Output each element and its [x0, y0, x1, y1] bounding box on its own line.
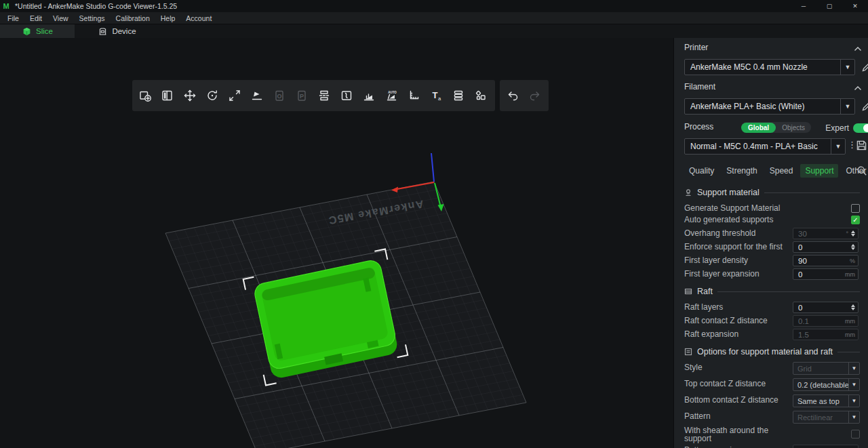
paste-icon: P [295, 89, 309, 102]
checkbox-unchecked [851, 430, 860, 439]
setting-tab-quality[interactable]: Quality [684, 164, 719, 178]
menu-account[interactable]: Account [181, 13, 216, 24]
text-tool-button[interactable]: Ta [425, 82, 447, 109]
setting-label: Pattern [684, 411, 711, 421]
expert-mode-toggle[interactable] [853, 123, 868, 133]
setting-input[interactable]: 0 [793, 302, 859, 313]
move-button[interactable] [178, 82, 201, 109]
layer-stack-button[interactable] [447, 82, 469, 109]
process-preset-select[interactable]: Normal - M5C 0.4mm - PLA+ Basic ▼ [684, 138, 846, 155]
layer-stack-icon [452, 89, 465, 102]
setting-row: StyleGrid▼ [684, 362, 868, 375]
scale-icon [228, 89, 241, 102]
section-header[interactable]: Support material [684, 187, 868, 198]
ankermake-studio-window: M *Untitled - AnkerMake Studio G-code Vi… [0, 0, 868, 448]
section-header[interactable]: Options for support material and raft [684, 346, 868, 357]
stepper-arrows-icon[interactable] [851, 304, 858, 310]
multi-object-button[interactable] [469, 82, 492, 109]
maximize-button[interactable]: ▢ [816, 0, 842, 12]
menu-file[interactable]: File [3, 13, 24, 24]
printer-edit-pencil-icon[interactable] [861, 62, 868, 73]
setting-row: Pattern spacing1.222mm [684, 445, 868, 448]
copy-button: O [268, 82, 290, 109]
mirror-icon [340, 89, 353, 102]
setting-select: Grid▼ [793, 362, 860, 375]
menu-help[interactable]: Help [156, 13, 180, 24]
checkbox-checked[interactable]: ✓ [851, 216, 860, 224]
auto-support-button[interactable]: AUTO [380, 82, 402, 109]
menu-settings[interactable]: Settings [75, 13, 110, 24]
setting-row: First layer density90% [684, 255, 868, 266]
section-divider [764, 192, 860, 193]
scope-objects-badge[interactable]: Objects [776, 123, 811, 133]
menu-calibration[interactable]: Calibration [111, 13, 155, 24]
setting-row: Auto generated supports✓ [684, 214, 868, 226]
filament-select[interactable]: AnkerMake PLA+ Basic (White) ▼ [684, 98, 855, 115]
setting-tab-speed[interactable]: Speed [765, 164, 798, 178]
setting-tab-strength[interactable]: Strength [722, 164, 762, 178]
support-paint-button[interactable] [357, 82, 380, 109]
lay-on-face-button[interactable] [245, 82, 268, 109]
setting-label: Auto generated supports [684, 215, 773, 224]
split-layers-button[interactable] [313, 82, 335, 109]
svg-text:O: O [277, 93, 281, 100]
scale-button[interactable] [223, 82, 245, 109]
process-menu-dots-icon[interactable]: ⋮ [848, 140, 854, 150]
tab-slice[interactable]: Slice [0, 24, 75, 38]
setting-input[interactable]: 90% [793, 255, 859, 266]
printer-section-label: Printer [684, 43, 708, 52]
checkbox-unchecked[interactable] [851, 204, 860, 213]
setting-row: Raft expansion1.5mm [684, 329, 868, 340]
close-button[interactable]: ✕ [842, 0, 868, 12]
multi-object-icon [474, 89, 488, 102]
input-value: 0 [793, 270, 845, 279]
select-value: Grid [793, 365, 848, 373]
text-tool-icon: Ta [429, 89, 443, 102]
setting-label: First layer density [684, 256, 748, 265]
setting-row: Raft contact Z distance0.1mm [684, 315, 868, 327]
filament-edit-pencil-icon[interactable] [861, 101, 868, 112]
rotate-button[interactable] [201, 82, 223, 109]
menu-edit[interactable]: Edit [25, 13, 47, 24]
mirror-button[interactable] [335, 82, 357, 109]
menu-view[interactable]: View [48, 13, 73, 24]
viewport-3d[interactable]: AnkerMake M5C [0, 38, 673, 448]
support-paint-icon [362, 89, 376, 102]
copy-icon: O [273, 89, 286, 102]
setting-select[interactable]: 0.2 (detachable)▼ [793, 378, 860, 391]
setting-row: With sheath around the support [684, 426, 868, 443]
setting-input[interactable]: 0 [793, 241, 859, 253]
setting-label: Style [684, 363, 703, 372]
scope-global-badge[interactable]: Global [741, 123, 776, 133]
undo-icon [506, 89, 519, 102]
input-unit: mm [845, 318, 858, 325]
search-settings-icon[interactable] [856, 165, 867, 178]
tab-device[interactable]: Device [75, 24, 159, 38]
setting-tab-support[interactable]: Support [800, 164, 838, 178]
setting-input: 0.1mm [793, 315, 859, 327]
printer-select[interactable]: AnkerMake M5C 0.4 mm Nozzle ▼ [684, 59, 855, 75]
setting-select[interactable]: Same as top▼ [793, 394, 860, 407]
filament-collapse-chevron-icon[interactable] [854, 85, 862, 91]
setting-row: Raft layers0 [684, 302, 868, 313]
svg-text:P: P [299, 93, 303, 100]
slice-cube-icon [22, 26, 32, 37]
setting-input[interactable]: 0mm [793, 268, 859, 280]
settings-panel: Printer AnkerMake M5C 0.4 mm Nozzle ▼ Fi… [673, 38, 868, 448]
setting-label: Top contact Z distance [684, 379, 766, 388]
section-header[interactable]: Raft [684, 286, 868, 297]
input-unit: mm [845, 331, 858, 338]
arrange-button[interactable] [156, 82, 178, 109]
process-preset-value: Normal - M5C 0.4mm - PLA+ Basic [685, 142, 831, 151]
process-scope-toggle[interactable]: Global Objects [741, 122, 811, 133]
printer-collapse-chevron-icon[interactable] [854, 45, 862, 52]
stepper-arrows-icon[interactable] [851, 244, 858, 250]
process-save-icon[interactable] [856, 140, 867, 153]
stepper-arrows-icon[interactable] [851, 230, 858, 237]
measure-button[interactable] [402, 82, 425, 109]
undo-button[interactable] [501, 82, 524, 109]
process-section-label: Process [684, 122, 713, 131]
setting-label: Generate Support Material [684, 203, 780, 213]
add-model-button[interactable] [134, 82, 156, 109]
minimize-button[interactable]: ─ [791, 0, 816, 12]
